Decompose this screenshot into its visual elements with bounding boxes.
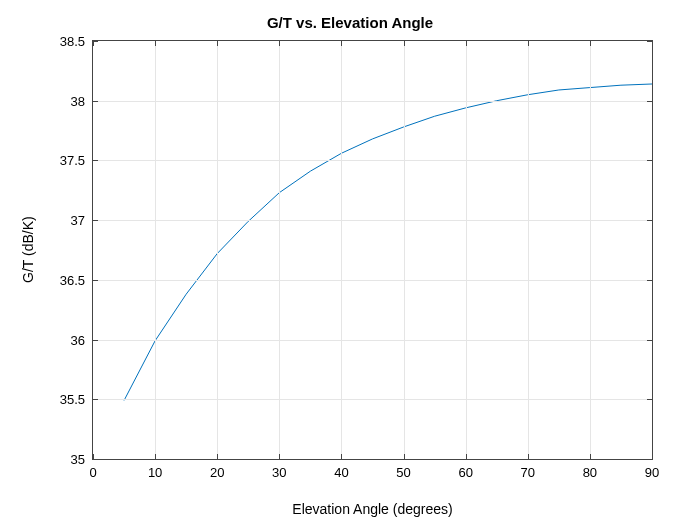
x-tick-label: 60 — [458, 465, 472, 480]
y-tick-label: 36.5 — [60, 272, 85, 287]
gridline-horiz — [93, 399, 652, 400]
y-tick-label: 37 — [71, 213, 85, 228]
gridline-horiz — [93, 280, 652, 281]
gridline-vert — [341, 41, 342, 459]
x-tick-label: 20 — [210, 465, 224, 480]
tick-mark — [528, 454, 529, 459]
y-tick-label: 35.5 — [60, 392, 85, 407]
plot-area: 01020304050607080903535.53636.53737.5383… — [92, 40, 653, 460]
tick-mark — [93, 41, 98, 42]
tick-mark — [155, 41, 156, 46]
tick-mark — [93, 340, 98, 341]
tick-mark — [647, 340, 652, 341]
gridline-vert — [466, 41, 467, 459]
gridline-vert — [404, 41, 405, 459]
gridline-vert — [217, 41, 218, 459]
line-series — [93, 41, 652, 459]
tick-mark — [217, 41, 218, 46]
x-tick-label: 10 — [148, 465, 162, 480]
y-axis-label: G/T (dB/K) — [20, 40, 36, 460]
tick-mark — [155, 454, 156, 459]
tick-mark — [647, 41, 652, 42]
tick-mark — [466, 41, 467, 46]
x-tick-label: 0 — [89, 465, 96, 480]
tick-mark — [279, 454, 280, 459]
y-tick-label: 38 — [71, 93, 85, 108]
tick-mark — [404, 41, 405, 46]
tick-mark — [93, 220, 98, 221]
gridline-vert — [279, 41, 280, 459]
tick-mark — [341, 454, 342, 459]
gridline-horiz — [93, 220, 652, 221]
tick-mark — [647, 280, 652, 281]
tick-mark — [93, 459, 98, 460]
x-tick-label: 90 — [645, 465, 659, 480]
gridline-vert — [155, 41, 156, 459]
tick-mark — [93, 280, 98, 281]
tick-mark — [647, 101, 652, 102]
gridline-horiz — [93, 340, 652, 341]
x-tick-label: 70 — [521, 465, 535, 480]
tick-mark — [341, 41, 342, 46]
tick-mark — [217, 454, 218, 459]
y-tick-label: 37.5 — [60, 153, 85, 168]
y-tick-label: 36 — [71, 332, 85, 347]
tick-mark — [647, 399, 652, 400]
x-tick-label: 80 — [583, 465, 597, 480]
tick-mark — [590, 41, 591, 46]
gridline-vert — [528, 41, 529, 459]
chart-title: G/T vs. Elevation Angle — [0, 14, 700, 31]
gridline-horiz — [93, 160, 652, 161]
x-tick-label: 40 — [334, 465, 348, 480]
tick-mark — [590, 454, 591, 459]
y-tick-label: 38.5 — [60, 34, 85, 49]
tick-mark — [466, 454, 467, 459]
tick-mark — [647, 220, 652, 221]
tick-mark — [404, 454, 405, 459]
gt-curve — [124, 84, 652, 400]
tick-mark — [647, 160, 652, 161]
figure: G/T vs. Elevation Angle G/T (dB/K) Eleva… — [0, 0, 700, 525]
x-tick-label: 30 — [272, 465, 286, 480]
tick-mark — [279, 41, 280, 46]
tick-mark — [528, 41, 529, 46]
gridline-horiz — [93, 101, 652, 102]
gridline-vert — [590, 41, 591, 459]
tick-mark — [93, 160, 98, 161]
x-tick-label: 50 — [396, 465, 410, 480]
tick-mark — [93, 399, 98, 400]
tick-mark — [652, 41, 653, 46]
tick-mark — [652, 454, 653, 459]
x-axis-label: Elevation Angle (degrees) — [92, 501, 653, 517]
y-tick-label: 35 — [71, 452, 85, 467]
tick-mark — [93, 101, 98, 102]
tick-mark — [647, 459, 652, 460]
